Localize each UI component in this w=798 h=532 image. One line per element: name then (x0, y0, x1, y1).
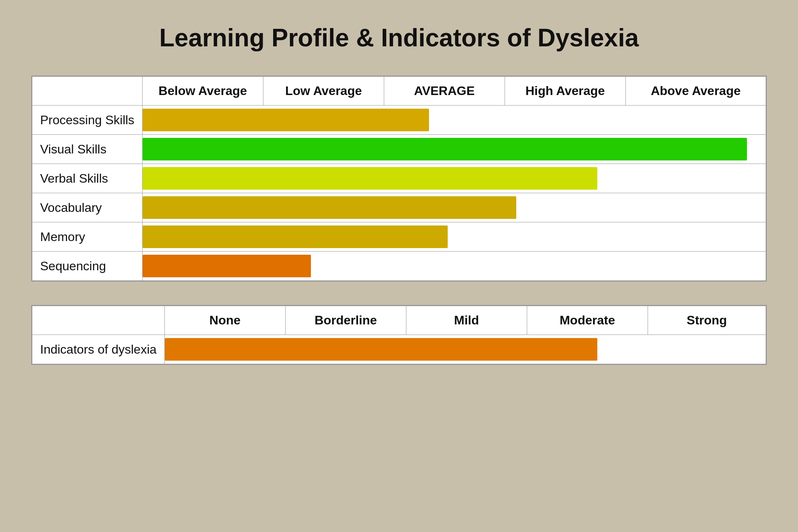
chart1-col-label-header (32, 77, 143, 106)
row-label: Processing Skills (32, 106, 143, 135)
chart2-col-label-header (32, 306, 165, 335)
row-label: Visual Skills (32, 135, 143, 164)
row-label: Indicators of dyslexia (32, 335, 165, 364)
bar-cell (142, 164, 766, 193)
chart1-header-row: Below Average Low Average AVERAGE High A… (32, 77, 766, 106)
chart2-col-borderline-header: Borderline (285, 306, 406, 335)
table-row: Indicators of dyslexia (32, 335, 766, 364)
bar-cell (164, 335, 766, 364)
chart1-col-above-header: Above Average (625, 77, 766, 106)
row-label: Vocabulary (32, 193, 143, 222)
table-row: Processing Skills (32, 106, 766, 135)
bar-cell (142, 222, 766, 252)
chart2-col-mild-header: Mild (406, 306, 527, 335)
bar-cell (142, 252, 766, 281)
row-label: Verbal Skills (32, 164, 143, 193)
bar-cell (142, 193, 766, 222)
bar-cell (142, 106, 766, 135)
table-row: Memory (32, 222, 766, 252)
chart1-col-low-header: Low Average (263, 77, 384, 106)
chart1-col-high-header: High Average (505, 77, 625, 106)
dyslexia-chart: None Borderline Mild Moderate Strong Ind… (31, 305, 767, 365)
row-label: Memory (32, 222, 143, 252)
table-row: Sequencing (32, 252, 766, 281)
chart1-col-below-header: Below Average (142, 77, 263, 106)
row-label: Sequencing (32, 252, 143, 281)
chart1-col-avg-header: AVERAGE (384, 77, 505, 106)
chart2-header-row: None Borderline Mild Moderate Strong (32, 306, 766, 335)
page-title: Learning Profile & Indicators of Dyslexi… (159, 23, 639, 52)
table-row: Visual Skills (32, 135, 766, 164)
chart2-col-strong-header: Strong (648, 306, 766, 335)
table-row: Vocabulary (32, 193, 766, 222)
table-row: Verbal Skills (32, 164, 766, 193)
bar-cell (142, 135, 766, 164)
chart2-col-moderate-header: Moderate (527, 306, 648, 335)
chart2-col-none-header: None (164, 306, 285, 335)
learning-profile-chart: Below Average Low Average AVERAGE High A… (31, 76, 767, 282)
